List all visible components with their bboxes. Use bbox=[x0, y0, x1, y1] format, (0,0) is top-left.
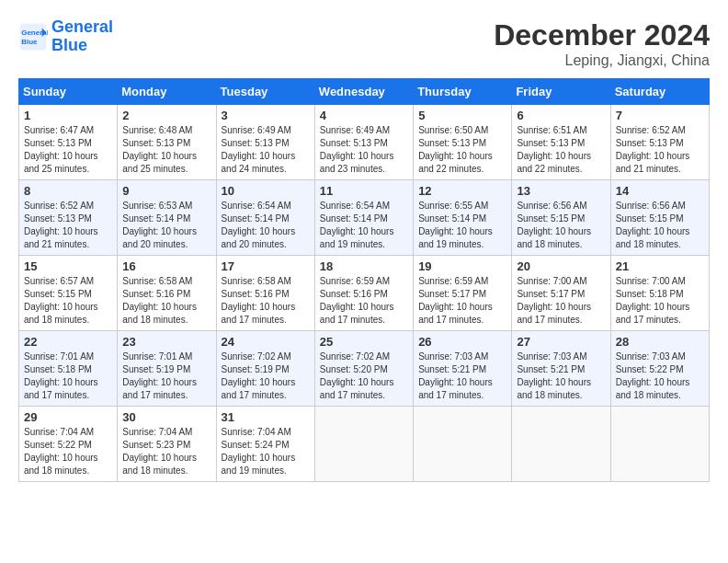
logo: General Blue General Blue bbox=[18, 18, 113, 55]
calendar-cell: 18 Sunrise: 6:59 AM Sunset: 5:16 PM Dayl… bbox=[314, 256, 413, 331]
cell-content: Sunrise: 7:00 AM Sunset: 5:18 PM Dayligh… bbox=[616, 275, 704, 327]
cell-content: Sunrise: 7:00 AM Sunset: 5:17 PM Dayligh… bbox=[517, 275, 605, 327]
day-number: 25 bbox=[320, 335, 408, 349]
cell-content: Sunrise: 7:03 AM Sunset: 5:21 PM Dayligh… bbox=[418, 350, 506, 402]
cell-content: Sunrise: 6:48 AM Sunset: 5:13 PM Dayligh… bbox=[122, 124, 210, 176]
cell-content: Sunrise: 7:03 AM Sunset: 5:22 PM Dayligh… bbox=[616, 350, 704, 402]
day-number: 22 bbox=[24, 335, 112, 349]
day-number: 13 bbox=[517, 184, 605, 198]
day-number: 19 bbox=[418, 259, 506, 273]
cell-content: Sunrise: 6:56 AM Sunset: 5:15 PM Dayligh… bbox=[616, 200, 704, 251]
page-header: General Blue General Blue December 2024 … bbox=[18, 18, 710, 69]
day-number: 31 bbox=[222, 410, 310, 424]
calendar-header-row: SundayMondayTuesdayWednesdayThursdayFrid… bbox=[19, 79, 710, 105]
day-header-monday: Monday bbox=[118, 79, 216, 105]
day-header-friday: Friday bbox=[512, 79, 610, 105]
day-number: 21 bbox=[616, 259, 704, 273]
cell-content: Sunrise: 6:49 AM Sunset: 5:13 PM Dayligh… bbox=[320, 124, 408, 176]
calendar-cell bbox=[414, 407, 512, 482]
svg-text:Blue: Blue bbox=[21, 38, 38, 46]
calendar-cell: 24 Sunrise: 7:02 AM Sunset: 5:19 PM Dayl… bbox=[216, 331, 314, 407]
calendar-week-row: 22 Sunrise: 7:01 AM Sunset: 5:18 PM Dayl… bbox=[19, 331, 710, 407]
day-number: 11 bbox=[320, 184, 408, 198]
cell-content: Sunrise: 7:04 AM Sunset: 5:22 PM Dayligh… bbox=[24, 426, 112, 477]
day-number: 7 bbox=[616, 109, 704, 122]
calendar-week-row: 8 Sunrise: 6:52 AM Sunset: 5:13 PM Dayli… bbox=[19, 180, 710, 256]
calendar-cell: 19 Sunrise: 6:59 AM Sunset: 5:17 PM Dayl… bbox=[414, 256, 512, 331]
cell-content: Sunrise: 6:59 AM Sunset: 5:16 PM Dayligh… bbox=[320, 275, 408, 327]
day-number: 20 bbox=[517, 259, 605, 273]
day-number: 17 bbox=[222, 259, 310, 273]
cell-content: Sunrise: 7:01 AM Sunset: 5:18 PM Dayligh… bbox=[24, 350, 112, 402]
day-header-wednesday: Wednesday bbox=[314, 79, 413, 105]
day-header-tuesday: Tuesday bbox=[216, 79, 314, 105]
day-number: 2 bbox=[122, 109, 210, 122]
day-number: 14 bbox=[616, 184, 704, 198]
calendar-week-row: 29 Sunrise: 7:04 AM Sunset: 5:22 PM Dayl… bbox=[19, 407, 710, 482]
cell-content: Sunrise: 6:54 AM Sunset: 5:14 PM Dayligh… bbox=[320, 200, 408, 251]
day-number: 16 bbox=[122, 259, 210, 273]
day-number: 23 bbox=[122, 335, 210, 349]
day-header-saturday: Saturday bbox=[610, 79, 709, 105]
cell-content: Sunrise: 6:49 AM Sunset: 5:13 PM Dayligh… bbox=[222, 124, 310, 176]
day-number: 3 bbox=[222, 109, 310, 122]
calendar-cell: 7 Sunrise: 6:52 AM Sunset: 5:13 PM Dayli… bbox=[610, 105, 709, 180]
calendar-cell: 21 Sunrise: 7:00 AM Sunset: 5:18 PM Dayl… bbox=[610, 256, 709, 331]
calendar-cell: 9 Sunrise: 6:53 AM Sunset: 5:14 PM Dayli… bbox=[118, 180, 216, 256]
day-number: 24 bbox=[222, 335, 310, 349]
calendar-cell bbox=[512, 407, 610, 482]
cell-content: Sunrise: 6:58 AM Sunset: 5:16 PM Dayligh… bbox=[122, 275, 210, 327]
day-number: 26 bbox=[418, 335, 506, 349]
day-number: 5 bbox=[418, 109, 506, 122]
calendar-cell: 28 Sunrise: 7:03 AM Sunset: 5:22 PM Dayl… bbox=[610, 331, 709, 407]
calendar-table: SundayMondayTuesdayWednesdayThursdayFrid… bbox=[18, 78, 710, 482]
calendar-cell: 25 Sunrise: 7:02 AM Sunset: 5:20 PM Dayl… bbox=[314, 331, 413, 407]
title-area: December 2024 Leping, Jiangxi, China bbox=[494, 18, 710, 69]
cell-content: Sunrise: 7:04 AM Sunset: 5:23 PM Dayligh… bbox=[122, 426, 210, 477]
calendar-cell: 31 Sunrise: 7:04 AM Sunset: 5:24 PM Dayl… bbox=[216, 407, 314, 482]
cell-content: Sunrise: 6:47 AM Sunset: 5:13 PM Dayligh… bbox=[24, 124, 112, 176]
calendar-week-row: 15 Sunrise: 6:57 AM Sunset: 5:15 PM Dayl… bbox=[19, 256, 710, 331]
calendar-cell: 1 Sunrise: 6:47 AM Sunset: 5:13 PM Dayli… bbox=[19, 105, 118, 180]
day-number: 15 bbox=[24, 259, 112, 273]
day-number: 30 bbox=[122, 410, 210, 424]
calendar-cell: 22 Sunrise: 7:01 AM Sunset: 5:18 PM Dayl… bbox=[19, 331, 118, 407]
logo-line1: General bbox=[51, 17, 113, 36]
day-number: 1 bbox=[24, 109, 112, 122]
calendar-cell: 27 Sunrise: 7:03 AM Sunset: 5:21 PM Dayl… bbox=[512, 331, 610, 407]
day-number: 29 bbox=[24, 410, 112, 424]
calendar-cell: 16 Sunrise: 6:58 AM Sunset: 5:16 PM Dayl… bbox=[118, 256, 216, 331]
calendar-cell: 23 Sunrise: 7:01 AM Sunset: 5:19 PM Dayl… bbox=[118, 331, 216, 407]
cell-content: Sunrise: 7:03 AM Sunset: 5:21 PM Dayligh… bbox=[517, 350, 605, 402]
calendar-cell: 8 Sunrise: 6:52 AM Sunset: 5:13 PM Dayli… bbox=[19, 180, 118, 256]
calendar-cell: 29 Sunrise: 7:04 AM Sunset: 5:22 PM Dayl… bbox=[19, 407, 118, 482]
day-number: 27 bbox=[517, 335, 605, 349]
cell-content: Sunrise: 6:54 AM Sunset: 5:14 PM Dayligh… bbox=[222, 200, 310, 251]
calendar-cell: 12 Sunrise: 6:55 AM Sunset: 5:14 PM Dayl… bbox=[414, 180, 512, 256]
day-number: 10 bbox=[222, 184, 310, 198]
cell-content: Sunrise: 6:57 AM Sunset: 5:15 PM Dayligh… bbox=[24, 275, 112, 327]
calendar-cell: 10 Sunrise: 6:54 AM Sunset: 5:14 PM Dayl… bbox=[216, 180, 314, 256]
calendar-cell: 11 Sunrise: 6:54 AM Sunset: 5:14 PM Dayl… bbox=[314, 180, 413, 256]
calendar-cell: 20 Sunrise: 7:00 AM Sunset: 5:17 PM Dayl… bbox=[512, 256, 610, 331]
cell-content: Sunrise: 6:55 AM Sunset: 5:14 PM Dayligh… bbox=[418, 200, 506, 251]
cell-content: Sunrise: 7:04 AM Sunset: 5:24 PM Dayligh… bbox=[222, 426, 310, 477]
calendar-cell: 3 Sunrise: 6:49 AM Sunset: 5:13 PM Dayli… bbox=[216, 105, 314, 180]
day-number: 28 bbox=[616, 335, 704, 349]
cell-content: Sunrise: 6:58 AM Sunset: 5:16 PM Dayligh… bbox=[222, 275, 310, 327]
cell-content: Sunrise: 6:51 AM Sunset: 5:13 PM Dayligh… bbox=[517, 124, 605, 176]
cell-content: Sunrise: 6:52 AM Sunset: 5:13 PM Dayligh… bbox=[24, 200, 112, 251]
day-header-sunday: Sunday bbox=[19, 79, 118, 105]
calendar-cell: 13 Sunrise: 6:56 AM Sunset: 5:15 PM Dayl… bbox=[512, 180, 610, 256]
cell-content: Sunrise: 7:02 AM Sunset: 5:19 PM Dayligh… bbox=[222, 350, 310, 402]
calendar-cell: 6 Sunrise: 6:51 AM Sunset: 5:13 PM Dayli… bbox=[512, 105, 610, 180]
cell-content: Sunrise: 6:52 AM Sunset: 5:13 PM Dayligh… bbox=[616, 124, 704, 176]
cell-content: Sunrise: 6:50 AM Sunset: 5:13 PM Dayligh… bbox=[418, 124, 506, 176]
calendar-cell: 4 Sunrise: 6:49 AM Sunset: 5:13 PM Dayli… bbox=[314, 105, 413, 180]
calendar-week-row: 1 Sunrise: 6:47 AM Sunset: 5:13 PM Dayli… bbox=[19, 105, 710, 180]
calendar-cell: 5 Sunrise: 6:50 AM Sunset: 5:13 PM Dayli… bbox=[414, 105, 512, 180]
calendar-cell: 2 Sunrise: 6:48 AM Sunset: 5:13 PM Dayli… bbox=[118, 105, 216, 180]
calendar-cell: 15 Sunrise: 6:57 AM Sunset: 5:15 PM Dayl… bbox=[19, 256, 118, 331]
month-title: December 2024 bbox=[494, 18, 710, 52]
calendar-cell: 17 Sunrise: 6:58 AM Sunset: 5:16 PM Dayl… bbox=[216, 256, 314, 331]
